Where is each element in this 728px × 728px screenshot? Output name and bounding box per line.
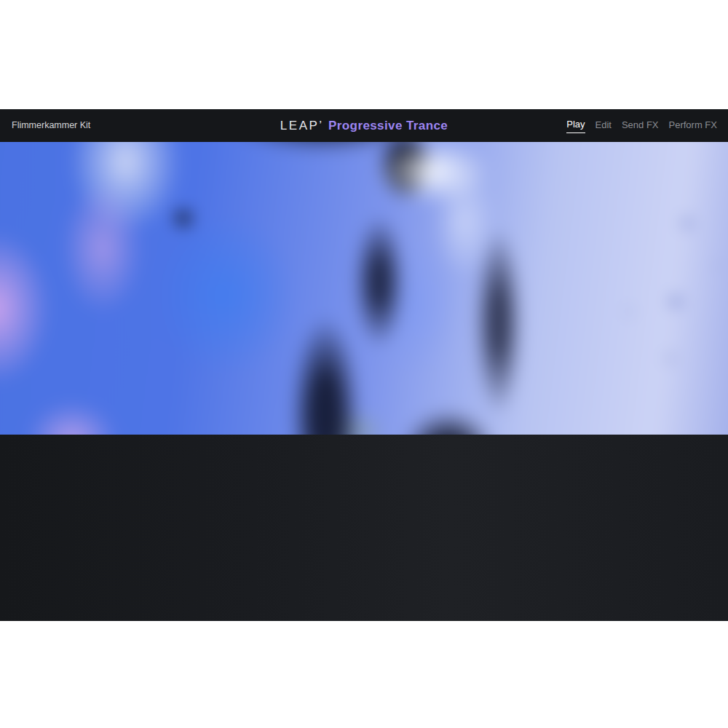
- control-panel: MACROS Select Preset Cutoff Choral: [0, 435, 728, 621]
- cover-artwork-image: [0, 142, 728, 435]
- page: Flimmerkammer Kit LEAP’ Progressive Tran…: [0, 0, 728, 728]
- tab-edit[interactable]: Edit: [596, 119, 612, 132]
- cover-artwork: [0, 142, 728, 435]
- tab-send-fx[interactable]: Send FX: [622, 119, 659, 132]
- top-bar: Flimmerkammer Kit LEAP’ Progressive Tran…: [0, 109, 728, 142]
- leap-plugin-window: Flimmerkammer Kit LEAP’ Progressive Tran…: [0, 109, 728, 621]
- tab-play[interactable]: Play: [566, 119, 585, 133]
- view-tabs: Play Edit Send FX Perform FX: [566, 109, 717, 142]
- tab-perform-fx[interactable]: Perform FX: [669, 119, 717, 132]
- logo-brand: LEAP’: [280, 119, 324, 132]
- logo-product: Progressive Trance: [328, 119, 448, 132]
